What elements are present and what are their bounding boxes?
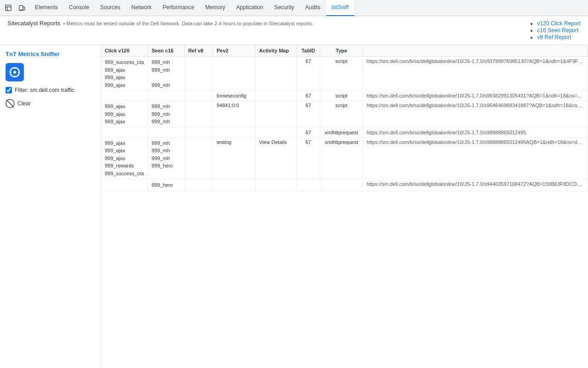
table-cell: 67: [296, 91, 320, 101]
table-row[interactable]: 67xmlhttprequesthttps://sm.dell.com/b/ss…: [101, 127, 588, 137]
table-cell: [184, 91, 213, 101]
panel-container: TnT Metrics Sniffer Filter: sm.dell.com …: [0, 45, 588, 368]
table-cell: [213, 179, 255, 191]
table-cell: [296, 179, 320, 191]
c16-report-link[interactable]: c16 Seen Report: [537, 27, 578, 34]
col-header-type: Type: [320, 45, 363, 57]
filter-row: Filter: sm.dell.com traffic: [6, 87, 95, 93]
table-body: 999_success_cta 999_ajax 999_ajax 999_aj…: [101, 57, 588, 191]
table-cell: 67: [296, 101, 320, 128]
table-cell: 999_mh 999_mh 999_mh: [148, 101, 185, 128]
table-cell: 94841:0:0: [213, 101, 255, 128]
svg-rect-0: [6, 5, 11, 11]
table-cell: script: [320, 57, 363, 91]
main-content: Sitecatalyst Reports • Metrics must be t…: [0, 16, 588, 368]
table-cell: 999_ajax 999_ajax 999_ajax: [101, 101, 148, 128]
table-cell: https://sm.dell.com/b/ss/dellglobalonlin…: [363, 127, 588, 137]
table-header-row: Click v120 Seen c16 Ref v8 Pev2 Activity…: [101, 45, 588, 57]
table-cell: [255, 91, 297, 101]
table-cell: 67: [296, 127, 320, 137]
table-cell: [255, 127, 297, 137]
filter-label[interactable]: Filter: sm.dell.com traffic: [15, 87, 74, 93]
data-table-panel: Click v120 Seen c16 Ref v8 Pev2 Activity…: [101, 45, 588, 368]
sitecatalyst-links: v120 Click Report c16 Seen Report v8 Ref…: [528, 20, 581, 41]
data-table: Click v120 Seen c16 Ref v8 Pev2 Activity…: [101, 45, 588, 191]
col-header-ref: Ref v8: [184, 45, 213, 57]
svg-point-3: [21, 10, 22, 11]
v120-report-link[interactable]: v120 Click Report: [537, 20, 581, 27]
table-cell: [148, 91, 185, 101]
table-cell: 67: [296, 137, 320, 179]
table-cell: [320, 179, 363, 191]
clear-label[interactable]: Clear: [17, 100, 31, 107]
col-header-pev2: Pev2: [213, 45, 255, 57]
tab-performance[interactable]: Performance: [157, 0, 200, 16]
table-row[interactable]: browseconfig67scripthttps://sm.dell.com/…: [101, 91, 588, 101]
sitecatalyst-bar: Sitecatalyst Reports • Metrics must be t…: [0, 16, 588, 45]
table-cell: browseconfig: [213, 91, 255, 101]
table-cell: [255, 179, 297, 191]
tab-audits[interactable]: Audits: [300, 0, 326, 16]
table-cell: View Details: [255, 137, 297, 179]
table-cell: 999_hero: [148, 179, 185, 191]
table-cell: [213, 127, 255, 137]
col-header-tabid: TabID: [296, 45, 320, 57]
table-cell: [101, 179, 148, 191]
table-cell: https://sm.dell.com/b/ss/dellglobalonlin…: [363, 91, 588, 101]
table-cell: [255, 101, 297, 128]
table-cell: https://sm.dell.com/b/ss/dellglobalonlin…: [363, 179, 588, 191]
left-panel: TnT Metrics Sniffer Filter: sm.dell.com …: [0, 45, 101, 368]
table-cell: 999_mh 999_mh 999_mh: [148, 57, 185, 91]
no-icon: [6, 99, 15, 108]
tab-tntsniff[interactable]: tntSniff: [326, 0, 354, 16]
col-header-url: [363, 45, 588, 57]
col-header-seen: Seen c16: [148, 45, 185, 57]
table-row[interactable]: 999_success_cta 999_ajax 999_ajax 999_aj…: [101, 57, 588, 91]
table-cell: https://sm.dell.com/b/ss/dellglobalonlin…: [363, 101, 588, 128]
plugin-title[interactable]: TnT Metrics Sniffer: [6, 51, 95, 58]
table-cell: [101, 127, 148, 137]
clear-row[interactable]: Clear: [6, 99, 95, 108]
table-cell: [101, 91, 148, 101]
table-cell: [184, 57, 213, 91]
v8-report-link[interactable]: v8 Ref Report: [537, 34, 571, 40]
plugin-logo: [6, 63, 24, 81]
table-cell: xmlhttprequest: [320, 137, 363, 179]
table-cell: script: [320, 101, 363, 128]
table-cell: https://sm.dell.com/b/ss/dellglobalonlin…: [363, 57, 588, 91]
table-row[interactable]: 999_herohttps://sm.dell.com/b/ss/dellglo…: [101, 179, 588, 191]
filter-checkbox[interactable]: [6, 87, 12, 93]
table-cell: testing: [213, 137, 255, 179]
table-cell: https://sm.dell.com/b/ss/dellglobalonlin…: [363, 137, 588, 179]
tab-memory[interactable]: Memory: [200, 0, 231, 16]
svg-rect-2: [23, 7, 25, 10]
table-cell: [213, 57, 255, 91]
col-header-click: Click v120: [101, 45, 148, 57]
table-cell: xmlhttprequest: [320, 127, 363, 137]
tab-sources[interactable]: Sources: [95, 0, 126, 16]
table-cell: [255, 57, 297, 91]
tab-application[interactable]: Application: [231, 0, 269, 16]
table-cell: script: [320, 91, 363, 101]
table-cell: 999_ajax 999_ajax 999_ajax 999_rewards 9…: [101, 137, 148, 179]
tab-elements[interactable]: Elements: [29, 0, 63, 16]
tab-console[interactable]: Console: [63, 0, 95, 16]
tab-security[interactable]: Security: [269, 0, 300, 16]
table-row[interactable]: 999_ajax 999_ajax 999_ajax 999_rewards 9…: [101, 137, 588, 179]
table-row[interactable]: 999_ajax 999_ajax 999_ajax999_mh 999_mh …: [101, 101, 588, 128]
table-cell: [184, 137, 213, 179]
table-cell: 999_mh 999_mh 999_mh 999_hero: [148, 137, 185, 179]
table-cell: [184, 127, 213, 137]
table-cell: [148, 127, 185, 137]
device-icon[interactable]: [16, 1, 28, 14]
svg-point-5: [13, 71, 16, 74]
tab-network[interactable]: Network: [126, 0, 157, 16]
inspect-icon[interactable]: [2, 1, 15, 14]
devtools-tab-bar: Elements Console Sources Network Perform…: [0, 0, 588, 16]
table-cell: [184, 101, 213, 128]
table-cell: 67: [296, 57, 320, 91]
sitecatalyst-title: Sitecatalyst Reports: [7, 20, 61, 27]
table-cell: 999_success_cta 999_ajax 999_ajax 999_aj…: [101, 57, 148, 91]
col-header-activity: Activity Map: [255, 45, 297, 57]
sitecatalyst-note: • Metrics must be tested outside of the …: [63, 21, 313, 26]
